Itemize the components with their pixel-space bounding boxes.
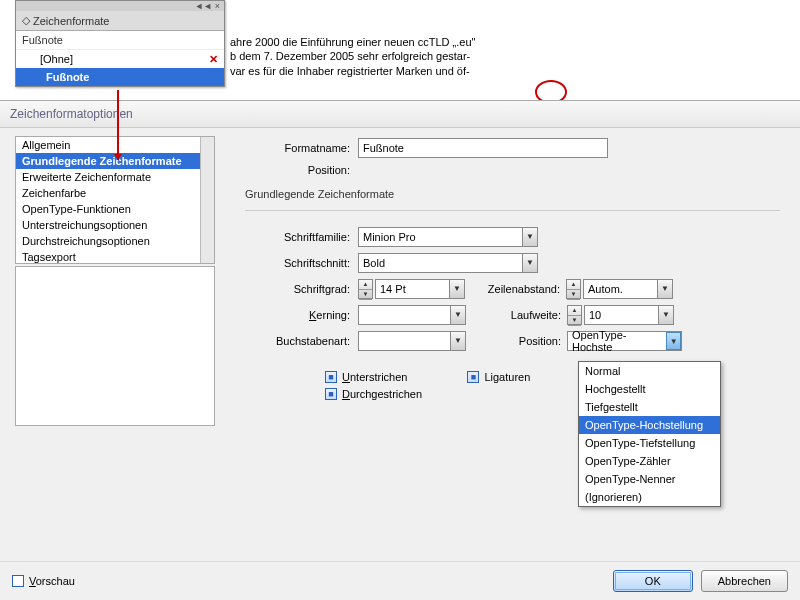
combo-position[interactable]: OpenType-Hochste▼ — [567, 331, 682, 351]
nav-erweiterte[interactable]: Erweiterte Zeichenformate — [16, 169, 214, 185]
separator — [245, 210, 780, 211]
nav-unterstreichung[interactable]: Unterstreichungsoptionen — [16, 217, 214, 233]
check-unterstrichen[interactable]: ■Unterstrichen — [325, 371, 407, 383]
label-laufweite: Laufweite: — [466, 309, 561, 321]
spinner-schriftgrad[interactable]: ▲▼ — [358, 279, 373, 299]
combo-schriftgrad[interactable]: 14 Pt▼ — [375, 279, 465, 299]
dialog-zeichenformatoptionen: Zeichenformatoptionen Allgemein Grundleg… — [0, 100, 800, 600]
check-vorschau[interactable]: ■Vorschau — [12, 575, 75, 587]
chevron-down-icon: ▼ — [522, 228, 537, 246]
label-schriftgrad: Schriftgrad: — [245, 283, 350, 295]
combo-schriftfamilie[interactable]: Minion Pro▼ — [358, 227, 538, 247]
combo-kerning[interactable]: ▼ — [358, 305, 466, 325]
style-item-none[interactable]: [Ohne]✕ — [16, 50, 224, 68]
label-buchstabenart: Buchstabenart: — [245, 335, 350, 347]
dd-tiefgestellt[interactable]: Tiefgestellt — [579, 398, 720, 416]
chevron-down-icon: ▼ — [449, 280, 464, 298]
combo-zeilenabstand[interactable]: Autom.▼ — [583, 279, 673, 299]
panel-style-list: [Ohne]✕ Fußnote — [16, 50, 224, 86]
nav-empty-box — [15, 266, 215, 426]
label-schriftschnitt: Schriftschnitt: — [245, 257, 350, 269]
dd-hochgestellt[interactable]: Hochgestellt — [579, 380, 720, 398]
dd-opentype-nenner[interactable]: OpenType-Nenner — [579, 470, 720, 488]
spinner-zeilenabstand[interactable]: ▲▼ — [566, 279, 581, 299]
combo-buchstabenart[interactable]: ▼ — [358, 331, 466, 351]
chevron-down-icon: ▼ — [450, 332, 465, 350]
nav-allgemein[interactable]: Allgemein — [16, 137, 214, 153]
dropdown-position[interactable]: Normal Hochgestellt Tiefgestellt OpenTyp… — [578, 361, 721, 507]
nav-zeichenfarbe[interactable]: Zeichenfarbe — [16, 185, 214, 201]
label-formatname: Formatname: — [245, 142, 350, 154]
panel-icon: ◇ — [22, 14, 30, 27]
nav-opentype[interactable]: OpenType-Funktionen — [16, 201, 214, 217]
doc-line: var es für die Inhaber registrierter Mar… — [230, 64, 790, 78]
dd-opentype-hoch[interactable]: OpenType-Hochstellung — [579, 416, 720, 434]
combo-laufweite[interactable]: 10▼ — [584, 305, 674, 325]
panel-title[interactable]: ◇Zeichenformate — [16, 11, 224, 31]
panel-current[interactable]: Fußnote — [16, 31, 224, 50]
spinner-laufweite[interactable]: ▲▼ — [567, 305, 582, 325]
panel-controls[interactable]: ◄◄ × — [16, 1, 224, 11]
dd-ignorieren[interactable]: (Ignorieren) — [579, 488, 720, 506]
dd-opentype-tief[interactable]: OpenType-Tiefstellung — [579, 434, 720, 452]
chevron-down-icon: ▼ — [450, 306, 465, 324]
document-text: ahre 2000 die Einführung einer neuen ccT… — [230, 35, 790, 78]
style-item-fussnote[interactable]: Fußnote — [16, 68, 224, 86]
label-kerning: Kerning: — [245, 309, 350, 321]
cancel-button[interactable]: Abbrechen — [701, 570, 788, 592]
dialog-nav: Allgemein Grundlegende Zeichenformate Er… — [0, 128, 215, 568]
scrollbar[interactable] — [200, 137, 214, 263]
section-title: Grundlegende Zeichenformate — [245, 188, 780, 200]
label-position: Position: — [245, 164, 350, 176]
dialog-title: Zeichenformatoptionen — [0, 101, 800, 128]
nav-durchstreichung[interactable]: Durchstreichungsoptionen — [16, 233, 214, 249]
chevron-down-icon: ▼ — [657, 280, 672, 298]
dd-normal[interactable]: Normal — [579, 362, 720, 380]
dialog-footer: ■Vorschau OK Abbrechen — [0, 561, 800, 600]
chevron-down-icon: ▼ — [666, 332, 681, 350]
nav-tagsexport[interactable]: Tagsexport — [16, 249, 214, 264]
label-schriftfamilie: Schriftfamilie: — [245, 231, 350, 243]
chevron-down-icon: ▼ — [522, 254, 537, 272]
input-formatname[interactable] — [358, 138, 608, 158]
dd-opentype-zaehler[interactable]: OpenType-Zähler — [579, 452, 720, 470]
chevron-down-icon: ▼ — [658, 306, 673, 324]
doc-line: b dem 7. Dezember 2005 sehr erfolgreich … — [230, 49, 790, 63]
check-ligaturen[interactable]: ■Ligaturen — [467, 371, 530, 383]
panel-zeichenformate: ◄◄ × ◇Zeichenformate Fußnote [Ohne]✕ Fuß… — [15, 0, 225, 87]
doc-line: ahre 2000 die Einführung einer neuen ccT… — [230, 35, 790, 49]
annotation-arrow — [117, 90, 119, 160]
label-zeilenabstand: Zeilenabstand: — [465, 283, 560, 295]
label-position2: Position: — [466, 335, 561, 347]
check-durchgestrichen[interactable]: ■Durchgestrichen — [325, 388, 422, 400]
clear-icon[interactable]: ✕ — [209, 53, 218, 66]
ok-button[interactable]: OK — [613, 570, 693, 592]
combo-schriftschnitt[interactable]: Bold▼ — [358, 253, 538, 273]
